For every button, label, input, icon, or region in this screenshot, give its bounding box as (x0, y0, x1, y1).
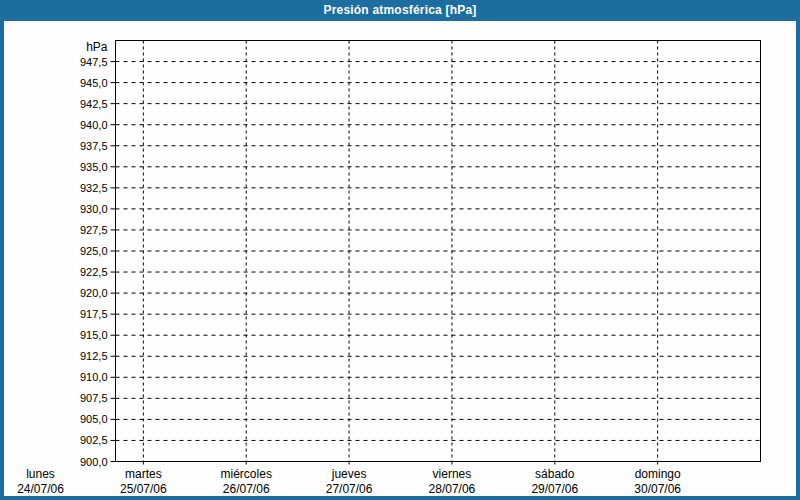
y-tick-label: 912,5 (80, 350, 108, 362)
y-tick-label: 902,5 (80, 434, 108, 446)
y-tick-label: 915,0 (80, 329, 108, 341)
y-tick-label: 940,0 (80, 119, 108, 131)
x-day-label: lunes (26, 467, 55, 481)
x-day-label: domingo (635, 467, 681, 481)
y-tick-label: 920,0 (80, 287, 108, 299)
x-day-label: martes (125, 467, 162, 481)
x-day-label: sábado (535, 467, 575, 481)
x-date-label: 29/07/06 (531, 482, 578, 496)
x-day-label: viernes (433, 467, 472, 481)
pressure-chart-plot: 947,5945,0942,5940,0937,5935,0932,5930,0… (0, 0, 800, 496)
x-date-label: 24/07/06 (17, 482, 64, 496)
x-date-label: 28/07/06 (429, 482, 476, 496)
y-axis-unit-label: hPa (86, 40, 108, 54)
x-date-label: 27/07/06 (326, 482, 373, 496)
x-day-label: jueves (331, 467, 367, 481)
x-date-label: 30/07/06 (634, 482, 681, 496)
y-tick-label: 930,0 (80, 203, 108, 215)
y-tick-label: 905,0 (80, 413, 108, 425)
y-tick-label: 917,5 (80, 308, 108, 320)
y-tick-label: 910,0 (80, 371, 108, 383)
y-tick-label: 932,5 (80, 182, 108, 194)
x-date-label: 26/07/06 (223, 482, 270, 496)
y-tick-label: 942,5 (80, 98, 108, 110)
x-date-label: 25/07/06 (120, 482, 167, 496)
y-tick-label: 900,0 (80, 456, 108, 468)
pressure-chart-window: Presión atmosférica [hPa] 947,5945,0942,… (0, 0, 800, 500)
y-tick-label: 947,5 (80, 56, 108, 68)
y-tick-label: 937,5 (80, 140, 108, 152)
y-tick-label: 935,0 (80, 161, 108, 173)
y-tick-label: 927,5 (80, 224, 108, 236)
y-tick-label: 907,5 (80, 392, 108, 404)
y-tick-label: 925,0 (80, 245, 108, 257)
y-tick-label: 945,0 (80, 77, 108, 89)
x-day-label: miércoles (221, 467, 272, 481)
y-tick-label: 922,5 (80, 266, 108, 278)
